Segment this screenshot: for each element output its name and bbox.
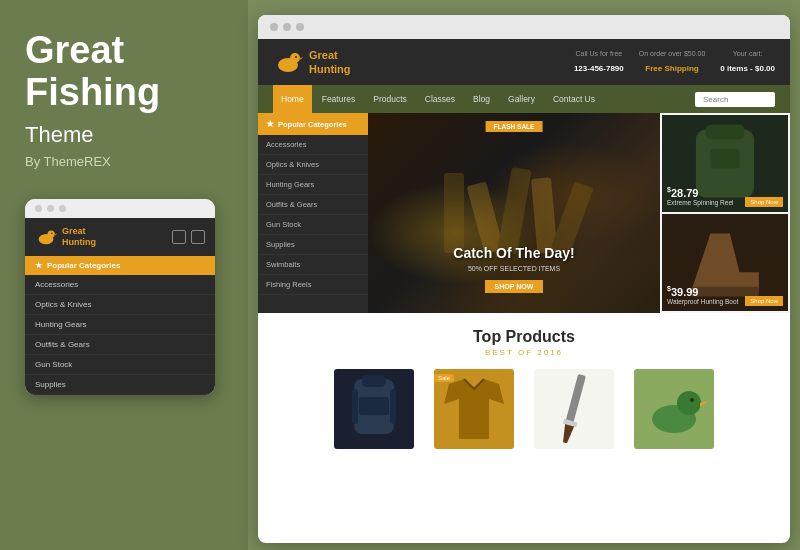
duck-image xyxy=(634,369,714,449)
theme-title: Great Fishing xyxy=(25,30,223,114)
knife-image xyxy=(534,369,614,449)
hero-shop-now-button[interactable]: SHOP NOW xyxy=(485,280,544,293)
product2-name: Waterproof Hunting Boot xyxy=(667,298,738,306)
nav-item-classes[interactable]: Classes xyxy=(417,85,463,113)
nav-item-gallery[interactable]: Gallery xyxy=(500,85,543,113)
product-thumb-duck xyxy=(629,369,719,449)
sidebar-item-accessories[interactable]: Accessories xyxy=(258,135,368,155)
browser-dot-3 xyxy=(296,23,304,31)
top-products-title: Top Products xyxy=(273,328,775,346)
site-header: Great Hunting Call Us for free 123-456-7… xyxy=(258,39,790,85)
browser-dot-1 xyxy=(270,23,278,31)
nav-item-features[interactable]: Features xyxy=(314,85,364,113)
sale-badge: Sale xyxy=(434,374,454,382)
flash-sale-badge: FLASH SALE xyxy=(486,121,543,132)
svg-rect-9 xyxy=(467,181,504,254)
left-panel: Great Fishing Theme By ThemeREX Great Hu… xyxy=(0,0,248,550)
sidebar-categories-header: ★ Popular Categories xyxy=(258,113,368,135)
sidebar-item-gun-stock[interactable]: Gun Stock xyxy=(258,215,368,235)
product1-shop-button[interactable]: Shop Now xyxy=(745,197,783,207)
product-thumb-backpack xyxy=(329,369,419,449)
mobile-icon-1 xyxy=(172,230,186,244)
product-card-1: $28.79 Extreme Spinning Reel Shop Now xyxy=(662,115,788,212)
product-card-2: $39.99 Waterproof Hunting Boot Shop Now xyxy=(662,214,788,311)
header-call: Call Us for free 123-456-7890 xyxy=(574,50,624,75)
sidebar-item-fishing-reels[interactable]: Fishing Reels xyxy=(258,275,368,295)
nav-item-blog[interactable]: Blog xyxy=(465,85,498,113)
knife-svg xyxy=(534,369,614,449)
product1-info: $28.79 Extreme Spinning Reel xyxy=(667,186,733,207)
hero-title: Catch Of The Day! xyxy=(378,245,650,262)
hero-overlay: Catch Of The Day! 50% OFF SELECTED ITEMS… xyxy=(378,245,650,293)
sidebar-item-optics[interactable]: Optics & Knives xyxy=(258,155,368,175)
mobile-dot-2 xyxy=(47,205,54,212)
svg-point-1 xyxy=(47,230,54,237)
sidebar-item-swimbaits[interactable]: Swimbaits xyxy=(258,255,368,275)
site-nav: Home Features Products Classes Blog Gall… xyxy=(258,85,790,113)
nav-item-products[interactable]: Products xyxy=(365,85,415,113)
mobile-cat-item[interactable]: Accessories xyxy=(25,275,215,295)
product2-shop-button[interactable]: Shop Now xyxy=(745,296,783,306)
nav-item-home[interactable]: Home xyxy=(273,85,312,113)
browser-top-bar xyxy=(258,15,790,39)
mobile-categories-header: ★ Popular Categories xyxy=(25,256,215,275)
mobile-cat-item[interactable]: Hunting Gears xyxy=(25,315,215,335)
sidebar-item-outfits[interactable]: Outfits & Gears xyxy=(258,195,368,215)
duck-icon xyxy=(35,226,57,248)
mobile-cat-item[interactable]: Outfits & Gears xyxy=(25,335,215,355)
mobile-logo: Great Hunting xyxy=(35,226,96,248)
product2-price: $39.99 xyxy=(667,285,738,298)
product-thumb-shirt: Sale xyxy=(429,369,519,449)
svg-rect-22 xyxy=(359,397,389,415)
product1-price: $28.79 xyxy=(667,186,733,199)
svg-rect-23 xyxy=(352,389,358,424)
theme-subtitle: Theme xyxy=(25,122,223,148)
mobile-dot-1 xyxy=(35,205,42,212)
svg-rect-10 xyxy=(497,167,531,254)
products-grid: Sale xyxy=(273,369,775,449)
svg-rect-12 xyxy=(551,181,594,254)
star-icon: ★ xyxy=(35,261,42,270)
product1-name: Extreme Spinning Reel xyxy=(667,199,733,207)
mobile-top-bar xyxy=(25,199,215,218)
product-thumb-knife xyxy=(529,369,619,449)
sidebar-item-hunting-gears[interactable]: Hunting Gears xyxy=(258,175,368,195)
svg-point-3 xyxy=(51,232,52,233)
nav-item-contact[interactable]: Contact Us xyxy=(545,85,603,113)
header-info: Call Us for free 123-456-7890 On order o… xyxy=(574,50,775,75)
backpack-image xyxy=(334,369,414,449)
sidebar-categories: ★ Popular Categories Accessories Optics … xyxy=(258,113,368,313)
mobile-cat-item[interactable]: Supplies xyxy=(25,375,215,395)
browser-dot-2 xyxy=(283,23,291,31)
hero-subtitle: 50% OFF SELECTED ITEMS xyxy=(378,265,650,272)
svg-point-31 xyxy=(677,391,701,415)
product2-info: $39.99 Waterproof Hunting Boot xyxy=(667,285,738,306)
theme-by: By ThemeREX xyxy=(25,154,223,169)
mobile-icons xyxy=(172,230,205,244)
svg-rect-8 xyxy=(444,173,464,253)
backpack-svg xyxy=(334,369,414,449)
sidebar-item-supplies[interactable]: Supplies xyxy=(258,235,368,255)
top-products-section: Top Products BEST OF 2016 Sale xyxy=(258,313,790,464)
mobile-icon-2 xyxy=(191,230,205,244)
site-logo: Great Hunting xyxy=(273,47,351,77)
duck-svg xyxy=(634,369,714,449)
mobile-header: Great Hunting xyxy=(25,218,215,256)
svg-marker-6 xyxy=(300,57,303,60)
svg-rect-15 xyxy=(706,125,745,140)
mobile-mockup: Great Hunting ★ Popular Categories Acces… xyxy=(25,199,215,395)
svg-rect-16 xyxy=(710,149,739,168)
site-logo-text: Great Hunting xyxy=(309,48,351,77)
site-main: ★ Popular Categories Accessories Optics … xyxy=(258,113,790,313)
svg-point-7 xyxy=(295,56,297,58)
site-duck-icon xyxy=(273,47,303,77)
top-products-subtitle: BEST OF 2016 xyxy=(273,348,775,357)
svg-marker-2 xyxy=(55,233,57,235)
mobile-cat-item[interactable]: Gun Stock xyxy=(25,355,215,375)
mobile-cat-item[interactable]: Optics & Knives xyxy=(25,295,215,315)
search-input[interactable] xyxy=(695,92,775,107)
svg-rect-24 xyxy=(390,389,396,424)
svg-point-5 xyxy=(290,53,300,63)
right-products: $28.79 Extreme Spinning Reel Shop Now $3… xyxy=(660,113,790,313)
browser-mockup: Great Hunting Call Us for free 123-456-7… xyxy=(258,15,790,543)
